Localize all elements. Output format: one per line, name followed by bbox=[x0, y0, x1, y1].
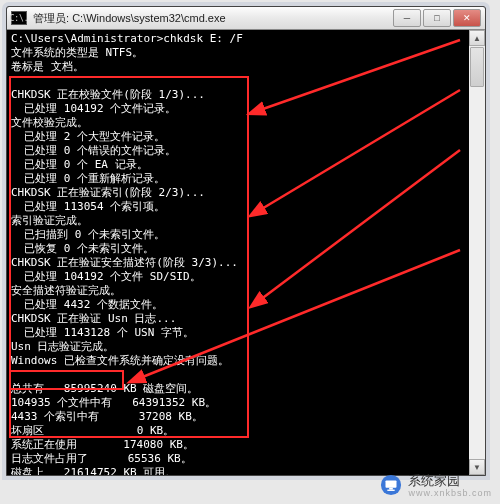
maximize-button[interactable]: □ bbox=[423, 9, 451, 27]
scroll-up-button[interactable]: ▲ bbox=[469, 30, 485, 46]
watermark: 系统家园 www.xnkbsb.com bbox=[380, 472, 492, 498]
svg-rect-6 bbox=[390, 488, 394, 490]
close-button[interactable]: ✕ bbox=[453, 9, 481, 27]
watermark-logo-icon bbox=[380, 474, 402, 496]
minimize-button[interactable]: ─ bbox=[393, 9, 421, 27]
titlebar[interactable]: C:\. 管理员: C:\Windows\system32\cmd.exe ─ … bbox=[7, 7, 485, 30]
cmd-icon: C:\. bbox=[11, 11, 27, 25]
console-lines: 文件系统的类型是 NTFS。 卷标是 文档。 CHKDSK 正在校验文件(阶段 … bbox=[11, 46, 238, 475]
console-output[interactable]: C:\Users\Administrator>chkdsk E: /F 文件系统… bbox=[7, 30, 485, 475]
scroll-thumb[interactable] bbox=[470, 47, 484, 87]
window-title: 管理员: C:\Windows\system32\cmd.exe bbox=[33, 11, 391, 26]
svg-rect-5 bbox=[386, 480, 397, 487]
vertical-scrollbar[interactable]: ▲ ▼ bbox=[469, 30, 485, 475]
svg-rect-7 bbox=[388, 490, 395, 491]
title-prefix: 管理员: bbox=[33, 12, 69, 24]
prompt-line: C:\Users\Administrator>chkdsk E: /F bbox=[11, 32, 243, 45]
title-path: C:\Windows\system32\cmd.exe bbox=[72, 12, 225, 24]
cmd-window: C:\. 管理员: C:\Windows\system32\cmd.exe ─ … bbox=[6, 6, 486, 476]
watermark-domain: www.xnkbsb.com bbox=[408, 488, 492, 498]
